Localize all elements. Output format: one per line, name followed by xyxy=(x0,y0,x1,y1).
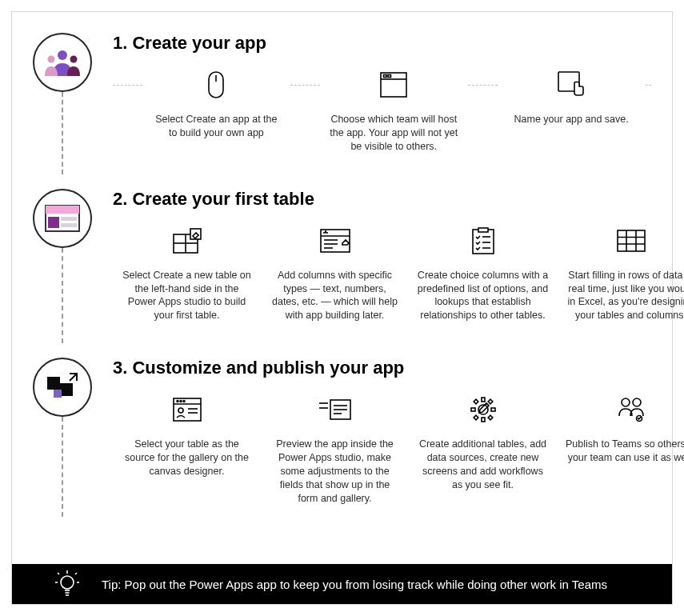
svg-rect-35 xyxy=(60,383,73,396)
svg-point-42 xyxy=(183,401,185,402)
svg-rect-59 xyxy=(474,415,478,420)
step-2: 2. Create your first table xyxy=(33,189,651,323)
svg-rect-56 xyxy=(491,408,495,411)
svg-line-71 xyxy=(58,573,59,574)
svg-line-72 xyxy=(75,573,77,574)
svg-rect-8 xyxy=(388,75,391,78)
svg-point-64 xyxy=(61,576,74,589)
svg-point-41 xyxy=(180,401,182,402)
step-2-sub-2: Add columns with specific types — text, … xyxy=(269,269,401,323)
svg-rect-36 xyxy=(54,390,62,398)
connector-2 xyxy=(62,248,63,344)
steps-area: 1. Create your app Select Create an app … xyxy=(33,33,651,506)
svg-point-2 xyxy=(70,56,78,63)
step-2-badge xyxy=(33,189,92,248)
svg-rect-53 xyxy=(482,398,485,402)
svg-point-40 xyxy=(177,401,178,402)
step-3-sub-3: Create additional tables, add data sourc… xyxy=(417,438,549,492)
svg-point-0 xyxy=(58,50,67,60)
svg-rect-58 xyxy=(488,399,493,404)
tip-text: Tip: Pop out the Power Apps app to keep … xyxy=(102,578,607,591)
form-icon xyxy=(269,394,401,425)
step-2-title: 2. Create your first table xyxy=(113,189,684,210)
step-2-sub-3: Create choice columns with a predefined … xyxy=(417,269,549,323)
svg-rect-34 xyxy=(47,377,60,390)
svg-rect-55 xyxy=(471,408,475,411)
step-1-sub-2: Choose which team will host the app. You… xyxy=(328,113,460,154)
svg-rect-11 xyxy=(46,206,79,214)
publish-icon xyxy=(46,372,79,402)
step-3-sub-4: Publish to Teams so others in your team … xyxy=(565,438,684,465)
svg-rect-14 xyxy=(61,223,77,227)
svg-point-62 xyxy=(633,398,641,406)
window-icon xyxy=(328,70,460,100)
step-1-badge xyxy=(33,33,92,92)
lightbulb-icon xyxy=(55,570,79,598)
step-3-title: 3. Customize and publish your app xyxy=(113,358,684,378)
checklist-icon xyxy=(417,226,549,256)
svg-rect-54 xyxy=(482,418,485,422)
step-1-sub-1: Select Create an app at the to build you… xyxy=(150,113,282,140)
step-1-title: 1. Create your app xyxy=(113,33,651,54)
step-3: 3. Customize and publish your app xyxy=(33,358,651,505)
people-icon xyxy=(45,49,80,76)
connector-3 xyxy=(62,417,63,516)
svg-point-1 xyxy=(48,56,55,63)
mouse-icon xyxy=(150,70,282,100)
step-3-sub-1: Select your table as the source for the … xyxy=(121,438,253,478)
connector-1 xyxy=(62,92,63,174)
gallery-icon xyxy=(121,394,253,425)
svg-rect-24 xyxy=(473,230,494,254)
instruction-card: 1. Create your app Select Create an app … xyxy=(11,11,673,605)
step-3-sub-2: Preview the app inside the Power Apps st… xyxy=(269,438,401,505)
table-icon xyxy=(45,205,80,232)
svg-rect-60 xyxy=(488,415,493,420)
new-table-icon xyxy=(121,226,253,256)
step-1-sub-3: Name your app and save. xyxy=(506,113,638,126)
svg-point-43 xyxy=(178,408,183,413)
tap-icon xyxy=(506,70,638,100)
tip-bar: Tip: Pop out the Power Apps app to keep … xyxy=(12,564,672,604)
svg-rect-7 xyxy=(384,75,387,78)
svg-rect-57 xyxy=(474,399,478,404)
grid-icon xyxy=(565,226,684,256)
step-1: 1. Create your app Select Create an app … xyxy=(33,33,651,154)
svg-rect-25 xyxy=(478,228,488,232)
svg-rect-29 xyxy=(618,230,645,251)
svg-rect-12 xyxy=(48,217,59,228)
svg-rect-13 xyxy=(61,217,77,221)
svg-rect-5 xyxy=(381,73,406,97)
step-2-sub-1: Select Create a new table on the left-ha… xyxy=(121,269,253,323)
columns-icon xyxy=(269,226,401,256)
svg-point-61 xyxy=(622,398,630,406)
svg-line-37 xyxy=(70,374,77,381)
team-icon xyxy=(565,394,684,425)
gear-icon xyxy=(417,394,549,425)
step-2-sub-4: Start filling in rows of data in real ti… xyxy=(565,269,684,323)
step-3-badge xyxy=(33,358,92,417)
